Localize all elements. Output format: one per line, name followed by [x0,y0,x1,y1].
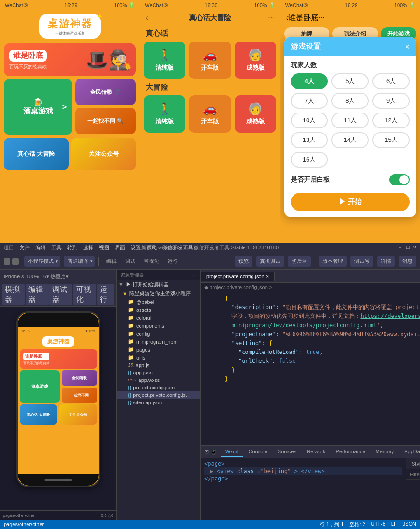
toolbar-preview[interactable]: 预览 [235,256,252,267]
player-btn-6[interactable]: 6人 [372,73,410,89]
modal-start-btn[interactable]: 开始 [291,193,410,211]
phone1-sidebar-btn[interactable]: 🍺 酒桌游戏 [4,79,72,135]
compile-select[interactable]: 普通编译 [64,256,95,267]
filetree-item-assets[interactable]: 📁 assets [117,306,200,314]
menu-view[interactable]: 视图 [99,244,109,251]
player-btn-15[interactable]: 15人 [372,132,410,148]
phone1-follow-btn[interactable]: 关注公众号 [71,138,136,170]
player-btn-8[interactable]: 8人 [331,93,369,109]
phone2-card-pure1[interactable]: 🚶 清纯版 [144,42,185,79]
devtools-panel: ⊡ 📱 Wxml Console Sources Network Perform… [201,445,420,520]
phone-tab-run[interactable]: 运行 [97,284,114,305]
phone-tab-editor[interactable]: 编辑器 [26,284,49,305]
window-minimize-icon[interactable]: － [398,244,403,251]
phone2-card-drive1[interactable]: 🚗 开车版 [189,42,231,79]
player-btn-4[interactable]: 4人 [291,73,328,89]
player-btn-9[interactable]: 9人 [372,93,410,109]
menu-project[interactable]: 项目 [4,244,14,251]
mini-phone-grid: 酒桌游戏 全民猜歌 一起找不同 [20,370,97,403]
filetree-item-appjson[interactable]: {} app.json [117,369,200,376]
devtools-filter-input[interactable] [410,472,420,477]
devtools-icon-select[interactable]: ⊡ [204,449,209,455]
filetree-item-babel[interactable]: 📁 @babel [117,298,200,306]
mini-banner-title: 谁是卧底 [23,353,49,360]
devtab-memory[interactable]: Memory [371,447,399,457]
toolbar-real-debug[interactable]: 真机调试 [256,256,284,267]
phone2-card-drive2[interactable]: 🚗 开车版 [189,95,231,133]
toolbar-details[interactable]: 详情 [377,256,395,267]
file-sitemap-icon: {} [128,400,131,405]
filetree-item-sitemap[interactable]: {} sitemap.json [117,399,200,406]
statusbar-path: pages/other/other [4,522,44,527]
mini-banner-content: 谁是卧底 百玩不厌的经典款 [23,353,49,366]
filetree-item-projconfig[interactable]: {} project.config.json [117,384,200,391]
toolbar-tab-visual[interactable]: 可视化 [140,257,163,266]
phone2-card-pure2[interactable]: 🚶 清纯版 [144,95,185,133]
phone1-btn-guess-song[interactable]: 全民猜歌 🎵 [75,79,136,105]
player-btn-14[interactable]: 14人 [331,132,369,148]
toolbar-msg[interactable]: 消息 [399,256,416,267]
player-btn-10[interactable]: 10人 [291,113,328,128]
menu-goto[interactable]: 转到 [67,244,77,251]
filetree-item-pages[interactable]: 📁 pages [117,346,200,353]
phone3-menu-icon[interactable]: ··· [318,14,324,22]
devtab-network[interactable]: Network [302,447,330,457]
toolbar-test-id[interactable]: 测试号 [350,256,373,267]
phone-tab-debugger[interactable]: 调试器 [49,284,72,305]
player-btn-16[interactable]: 16人 [291,152,328,168]
menu-settings[interactable]: 设置 [131,244,141,251]
style-tab-styles[interactable]: Styles [408,460,420,467]
filetree-item-components[interactable]: 📁 components [117,322,200,330]
devtab-appdata[interactable]: AppData [399,447,420,457]
phone2-card-mature1[interactable]: 🧓 成熟版 [235,42,276,79]
devtab-perf[interactable]: Performance [331,447,370,457]
phone-tab-simulator[interactable]: 模拟器 [2,284,25,305]
devtab-console[interactable]: Console [244,447,272,457]
menu-tool[interactable]: 工具 [51,244,62,251]
player-btn-11[interactable]: 11人 [331,113,369,128]
phone2-menu-icon[interactable]: ··· [268,14,274,22]
menu-edit[interactable]: 编辑 [35,244,46,251]
filetree-root-folder[interactable]: ▼ 陈昱桌游迷你主游戏小程序 [117,289,200,298]
toolbar-version[interactable]: 版本管理 [319,256,347,267]
devtab-wxml[interactable]: Wxml [221,447,243,457]
card-drive2-icon: 🚗 [203,102,217,115]
filetree-root-section[interactable]: ▼ ▶ 打开始始编辑器 [117,280,200,289]
toolbar-tab-editor[interactable]: 编辑 [103,257,120,266]
filetree-item-appjs[interactable]: JS app.js [117,361,200,369]
window-close-icon[interactable]: × [413,244,416,251]
player-btn-12[interactable]: 12人 [372,113,410,128]
filetree-item-utils[interactable]: 📁 utils [117,353,200,361]
menu-interface[interactable]: 界面 [115,244,125,251]
modal-close-icon[interactable]: × [405,42,410,52]
phone1-truth-dare-btn[interactable]: 真心话 大冒险 [4,138,69,170]
phone2-card-mature2[interactable]: 🧓 成熟版 [235,95,276,133]
window-maximize-icon[interactable]: □ [406,244,410,251]
phone1-btn-find-diff[interactable]: 一起找不同 🔍 [75,108,136,134]
player-btn-13[interactable]: 13人 [291,132,328,148]
player-btn-7[interactable]: 7人 [291,93,328,109]
html-line-view[interactable]: ▶ <view class ="beijing" > </view> [204,467,402,475]
filetree-item-colorui[interactable]: 📁 colorui [117,314,200,322]
editor-tabs: project.private.config.json × [201,270,420,283]
toolbar-tab-run[interactable]: 运行 [164,257,182,266]
mode-select[interactable]: 小程序模式 [24,256,60,267]
player-btn-5[interactable]: 5人 [331,73,369,89]
filetree-item-npm[interactable]: 📁 miniprogram_npm [117,338,200,346]
phone-tab-visual[interactable]: 可视化 [73,284,96,305]
toolbar-sep2 [231,257,231,266]
filetree-item-appwxss[interactable]: CSS app.wxss [117,376,200,384]
toolbar-bg[interactable]: 切后台 [288,256,311,267]
phone2-back-icon[interactable]: ‹ [146,14,148,22]
devtab-sources[interactable]: Sources [273,447,301,457]
filetree-item-projprivate[interactable]: {} project.private.config.js... [117,391,200,399]
menu-select[interactable]: 选择 [83,244,93,251]
devtools-icon-inspect[interactable]: 📱 [210,449,217,455]
toolbar-tab-debug[interactable]: 调试 [121,257,139,266]
menu-file[interactable]: 文件 [20,244,30,251]
editor-tab-projprivate[interactable]: project.private.config.json × [201,272,275,281]
whiteboard-toggle[interactable] [389,174,410,185]
phone1-banner[interactable]: 谁是卧底 百玩不厌的经典款 🎩🕵️ [4,43,136,76]
filetree-root-name: 陈昱桌游迷你主游戏小程序 [129,290,191,297]
filetree-item-config[interactable]: 📁 config [117,330,200,338]
